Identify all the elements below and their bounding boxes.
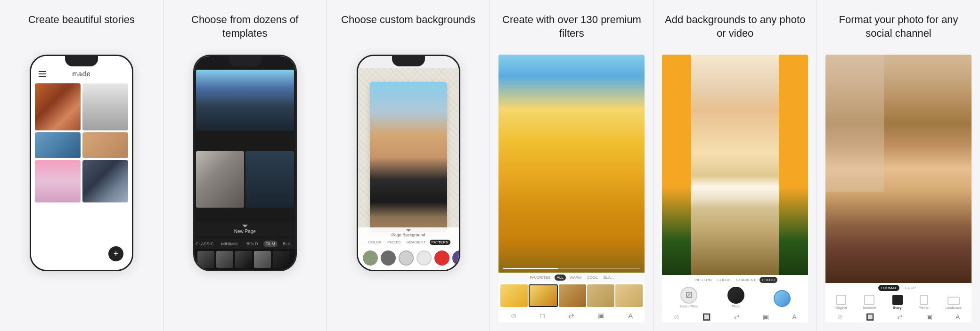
bg-tab-color[interactable]: COLOR bbox=[715, 277, 732, 283]
format-tab-crop[interactable]: CROP bbox=[902, 285, 919, 291]
filter-icon-5[interactable]: A bbox=[628, 312, 633, 320]
thumb-5[interactable] bbox=[273, 251, 290, 268]
swatch-gray[interactable] bbox=[381, 250, 396, 266]
format-label-story: Story bbox=[893, 306, 902, 309]
bg-select-item-1[interactable]: 🖼 Select Photo bbox=[679, 287, 698, 308]
format-tab-bar[interactable]: FORMAT CROP bbox=[825, 283, 972, 293]
photo-red-rock bbox=[35, 83, 81, 130]
filter-cat-warm[interactable]: WARM bbox=[568, 274, 583, 281]
swatch-purple[interactable] bbox=[452, 250, 459, 266]
filter-thumb-2-selected[interactable] bbox=[529, 284, 558, 307]
bg-icon-3[interactable]: ⇄ bbox=[734, 313, 740, 321]
swatch-white[interactable] bbox=[416, 250, 432, 266]
bg-select-row: 🖼 Select Photo Photo bbox=[662, 285, 808, 311]
filter-icon-4[interactable]: ▣ bbox=[598, 312, 604, 320]
bg-select-circle-1[interactable]: 🖼 bbox=[680, 287, 697, 304]
bg-tab-bar[interactable]: PATTERN COLOR GRADIENT PHOTO bbox=[662, 275, 808, 285]
add-button[interactable]: + bbox=[108, 246, 123, 261]
bg-tab-gradient[interactable]: GRADIENT bbox=[735, 277, 758, 283]
person-photo bbox=[370, 82, 447, 232]
filter-thumb-3[interactable] bbox=[559, 284, 586, 307]
filter-thumb-1[interactable] bbox=[500, 284, 528, 307]
bg-icon-2[interactable]: 🔲 bbox=[702, 313, 710, 321]
chevron-icon bbox=[242, 225, 248, 227]
bg-select-item-2[interactable]: Photo bbox=[727, 287, 744, 308]
filter-thumb-4[interactable] bbox=[587, 284, 614, 307]
filter-classic[interactable]: CLASSIC bbox=[193, 241, 216, 247]
format-icon-5[interactable]: A bbox=[956, 313, 960, 321]
bg-select-label-1: Select Photo bbox=[679, 305, 698, 308]
filter-minimal[interactable]: MINIMAL bbox=[219, 241, 241, 247]
bg-icon-4[interactable]: ▣ bbox=[763, 313, 769, 321]
phone-screen-1: made + bbox=[31, 56, 132, 270]
filter-cat-favorites[interactable]: FAVORITES bbox=[528, 274, 552, 281]
person-card bbox=[370, 82, 447, 232]
filter-icon-2[interactable]: □ bbox=[540, 312, 545, 320]
bg-select-circle-3[interactable] bbox=[774, 290, 791, 307]
format-icon-1[interactable]: ⊘ bbox=[837, 313, 843, 321]
format-icon-portrait[interactable] bbox=[920, 295, 928, 305]
thumb-2[interactable] bbox=[216, 251, 233, 268]
template-main-grid bbox=[195, 68, 295, 227]
filter-cat-all[interactable]: ALL bbox=[555, 274, 566, 281]
format-item-portrait[interactable]: Portrait bbox=[919, 295, 930, 309]
format-item-original[interactable]: Original bbox=[835, 295, 847, 309]
filter-cat-bla[interactable]: BLA... bbox=[602, 274, 616, 281]
bg-select-circle-2[interactable] bbox=[727, 287, 744, 304]
filter-bla[interactable]: BLA... bbox=[280, 241, 297, 247]
format-tab-format[interactable]: FORMAT bbox=[878, 285, 899, 291]
swatch-green[interactable] bbox=[363, 250, 378, 266]
bg-tab-pattern[interactable]: PATTERN bbox=[693, 277, 713, 283]
format-icon-original[interactable] bbox=[836, 295, 846, 305]
filter-category-bar[interactable]: FAVORITES ALL WARM COOL BLA... bbox=[498, 273, 645, 283]
swatch-light[interactable] bbox=[399, 250, 414, 266]
filter-bold[interactable]: BOLD bbox=[244, 241, 261, 247]
filter-cat-cool[interactable]: COOL bbox=[585, 274, 600, 281]
format-icon-story-selected[interactable] bbox=[892, 295, 903, 305]
bg-opt-photo[interactable]: PHOTO bbox=[385, 240, 402, 245]
format-item-landscape[interactable]: Landscape bbox=[946, 297, 962, 309]
thumb-4[interactable] bbox=[254, 251, 271, 268]
filter-bar[interactable]: CLASSIC MINIMAL BOLD FILM BLA... bbox=[195, 239, 295, 249]
thumb-3[interactable] bbox=[235, 251, 252, 268]
new-page-text: New Page bbox=[234, 229, 256, 234]
filter-icon-3[interactable]: ⇄ bbox=[568, 312, 574, 320]
format-label-instasize: Instasize bbox=[863, 306, 876, 309]
bg-photo-container bbox=[662, 55, 808, 275]
bg-icon-5[interactable]: A bbox=[792, 313, 796, 321]
select-photo-icon: 🖼 bbox=[686, 291, 692, 299]
phone-frame-1: made + bbox=[30, 55, 133, 271]
format-item-story[interactable]: Story bbox=[892, 295, 903, 309]
filter-progress-bg bbox=[503, 268, 640, 269]
panel-6-content: FORMAT CROP Original Instasize Story Por… bbox=[825, 55, 972, 323]
panel-2-title: Choose from dozens of templates bbox=[172, 13, 318, 44]
format-icon-3[interactable]: ⇄ bbox=[897, 313, 903, 321]
photo-woman-hat bbox=[82, 160, 128, 202]
bg-tab-photo[interactable]: PHOTO bbox=[760, 277, 777, 283]
bg-opt-color[interactable]: COLOR bbox=[366, 240, 383, 245]
format-icon-4[interactable]: ▣ bbox=[926, 313, 932, 321]
photo-grid bbox=[31, 81, 132, 204]
bg-opt-gradient[interactable]: GRADIENT bbox=[404, 240, 427, 245]
swatch-red[interactable] bbox=[434, 250, 449, 266]
photo-small-2 bbox=[82, 132, 128, 158]
small-photos-row bbox=[35, 132, 128, 158]
bg-options[interactable]: COLOR PHOTO GRADIENT PATTERN bbox=[361, 240, 456, 245]
filters-photo bbox=[498, 55, 645, 273]
format-item-instasize[interactable]: Instasize bbox=[863, 295, 876, 309]
page-bg-chevron-row: Page Background bbox=[392, 229, 425, 239]
format-label-portrait: Portrait bbox=[919, 306, 930, 309]
bg-opt-pattern[interactable]: PATTERN bbox=[430, 240, 450, 245]
format-label-landscape: Landscape bbox=[946, 306, 962, 309]
format-photo-wall bbox=[825, 55, 884, 192]
format-icon-2[interactable]: 🔲 bbox=[866, 313, 874, 321]
filter-icon-1[interactable]: ⊘ bbox=[511, 312, 517, 320]
format-icon-instasize[interactable] bbox=[864, 295, 874, 305]
filter-film[interactable]: FILM bbox=[263, 241, 278, 247]
format-icon-landscape[interactable] bbox=[947, 297, 960, 305]
filter-thumb-5[interactable] bbox=[615, 284, 643, 307]
thumb-1[interactable] bbox=[197, 251, 214, 268]
bg-icon-1[interactable]: ⊘ bbox=[674, 313, 679, 321]
bg-select-item-3[interactable] bbox=[774, 290, 791, 308]
woman-figure bbox=[691, 55, 779, 275]
